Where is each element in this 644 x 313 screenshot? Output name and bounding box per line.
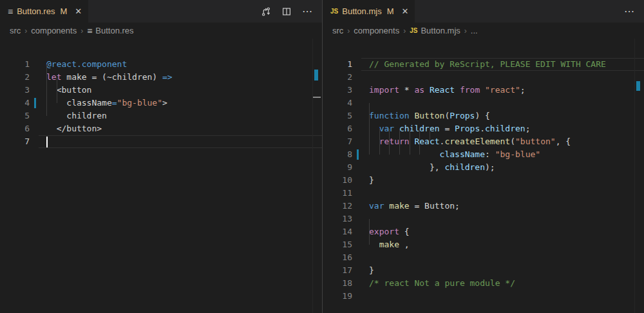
line-number[interactable]: 2	[323, 71, 352, 84]
tab-bar-left: ≡ Button.res M ✕	[0, 0, 322, 23]
code-editor-rescript[interactable]: 1@react.component2let make = (~children)…	[0, 39, 322, 313]
breadcrumb-item-file[interactable]: Button.mjs	[421, 26, 460, 35]
tab-button-mjs[interactable]: JS Button.mjs M ✕	[323, 0, 415, 23]
code-line[interactable]: 2let make = (~children) =>	[0, 71, 322, 84]
line-number[interactable]: 6	[323, 122, 352, 135]
modified-badge: M	[60, 6, 67, 16]
code-line[interactable]: 12var make = Button;	[323, 200, 644, 213]
file-icon: ≡	[87, 26, 92, 35]
modified-line-gutter-marker	[34, 98, 36, 108]
more-actions-icon[interactable]: ⋯	[624, 5, 635, 17]
code-line[interactable]: 17}	[323, 264, 644, 277]
close-icon[interactable]: ✕	[402, 6, 409, 16]
line-number[interactable]: 4	[323, 97, 352, 109]
line-number[interactable]: 5	[323, 109, 352, 122]
line-number[interactable]: 11	[323, 187, 352, 200]
line-number[interactable]: 7	[323, 135, 352, 148]
line-number[interactable]: 9	[323, 161, 352, 174]
overview-ruler-modified-mark	[636, 81, 640, 91]
code-line[interactable]: 14export {	[323, 225, 644, 238]
code-line[interactable]: 9 }, children);	[323, 161, 644, 174]
code-line[interactable]: 6 </button>	[0, 122, 322, 135]
overview-ruler-cursor-mark	[312, 97, 321, 98]
breadcrumb-item-src[interactable]: src	[10, 26, 21, 35]
line-number[interactable]: 10	[323, 174, 352, 187]
vscode-workbench: ≡ Button.res M ✕	[0, 0, 644, 313]
line-number[interactable]: 3	[323, 84, 352, 97]
code-line[interactable]: 6 var children = Props.children;	[323, 122, 644, 135]
code-line[interactable]: 2	[323, 71, 644, 84]
line-number[interactable]: 1	[0, 58, 30, 71]
editor-actions-left: ⋯	[261, 0, 322, 23]
line-number[interactable]: 3	[0, 84, 30, 97]
breadcrumb-item-components[interactable]: components	[31, 26, 77, 35]
javascript-icon: JS	[410, 27, 417, 34]
more-actions-icon[interactable]: ⋯	[302, 5, 313, 17]
scrollbar-edge	[312, 39, 313, 313]
chevron-right-icon: ›	[80, 26, 83, 35]
file-icon: ≡	[8, 7, 13, 16]
line-number[interactable]: 1	[323, 58, 352, 71]
text-cursor	[46, 137, 48, 147]
code-line[interactable]: 3import * as React from "react";	[323, 84, 644, 97]
line-number[interactable]: 17	[323, 264, 352, 277]
breadcrumb-item-file[interactable]: Button.res	[95, 26, 133, 35]
breadcrumb-item-src[interactable]: src	[332, 26, 343, 35]
code-editor-javascript[interactable]: 1// Generated by ReScript, PLEASE EDIT W…	[323, 39, 644, 313]
line-number[interactable]: 14	[323, 225, 352, 238]
chevron-right-icon: ›	[403, 26, 406, 35]
code-line[interactable]: 4	[323, 97, 644, 109]
code-line[interactable]: 7	[0, 135, 322, 148]
line-number[interactable]: 19	[323, 290, 352, 303]
modified-line-gutter-marker	[357, 149, 359, 160]
line-number[interactable]: 18	[323, 277, 352, 290]
line-number[interactable]: 7	[0, 135, 30, 148]
code-line[interactable]: 19	[323, 290, 644, 303]
close-icon[interactable]: ✕	[75, 6, 82, 16]
editor-actions-right: ⋯	[624, 0, 644, 23]
chevron-right-icon: ›	[24, 26, 27, 35]
line-number[interactable]: 6	[0, 122, 30, 135]
code-line[interactable]: 16	[323, 251, 644, 264]
split-editor-icon[interactable]	[281, 6, 292, 17]
line-number[interactable]: 5	[0, 109, 30, 122]
line-number[interactable]: 2	[0, 71, 30, 84]
overview-ruler-modified-mark	[314, 70, 318, 81]
breadcrumb-item-components[interactable]: components	[354, 26, 399, 35]
modified-badge: M	[387, 6, 394, 16]
breadcrumb-item-symbol[interactable]: ...	[471, 26, 478, 35]
open-changes-icon[interactable]	[261, 6, 271, 17]
code-line[interactable]: 11	[323, 187, 644, 200]
code-line[interactable]: 5function Button(Props) {	[323, 109, 644, 122]
code-line[interactable]: 10}	[323, 174, 644, 187]
editor-pane-right: JS Button.mjs M ✕ ⋯ src › components › J…	[322, 0, 644, 313]
chevron-right-icon: ›	[347, 26, 350, 35]
editor-pane-left: ≡ Button.res M ✕	[0, 0, 322, 313]
tab-bar-right: JS Button.mjs M ✕ ⋯	[323, 0, 644, 23]
chevron-right-icon: ›	[464, 26, 467, 35]
code-line[interactable]: 18/* react Not a pure module */	[323, 277, 644, 290]
tab-title: Button.mjs	[342, 6, 381, 16]
code-line[interactable]: 1@react.component	[0, 58, 322, 71]
line-number[interactable]: 16	[323, 251, 352, 264]
code-line[interactable]: 3 <button	[0, 84, 322, 97]
line-number[interactable]: 13	[323, 213, 352, 225]
breadcrumb-left: src › components › ≡ Button.res	[0, 23, 322, 39]
scrollbar-edge	[634, 39, 635, 313]
line-number[interactable]: 15	[323, 238, 352, 251]
tab-title: Button.res	[17, 6, 55, 16]
code-line[interactable]: 15 make ,	[323, 238, 644, 251]
code-line[interactable]: 5 children	[0, 109, 322, 122]
code-line[interactable]: 8 className: "bg-blue"	[323, 148, 644, 161]
line-number[interactable]: 8	[323, 148, 352, 161]
code-line[interactable]: 7 return React.createElement("button", {	[323, 135, 644, 148]
tab-button-res[interactable]: ≡ Button.res M ✕	[0, 0, 88, 23]
code-line[interactable]: 4 className="bg-blue">	[0, 97, 322, 109]
code-line[interactable]: 13	[323, 213, 644, 225]
line-number[interactable]: 12	[323, 200, 352, 213]
code-line[interactable]: 1// Generated by ReScript, PLEASE EDIT W…	[323, 58, 644, 71]
line-number[interactable]: 4	[0, 97, 30, 109]
javascript-icon: JS	[330, 8, 338, 15]
breadcrumb-right: src › components › JS Button.mjs › ...	[323, 23, 644, 39]
